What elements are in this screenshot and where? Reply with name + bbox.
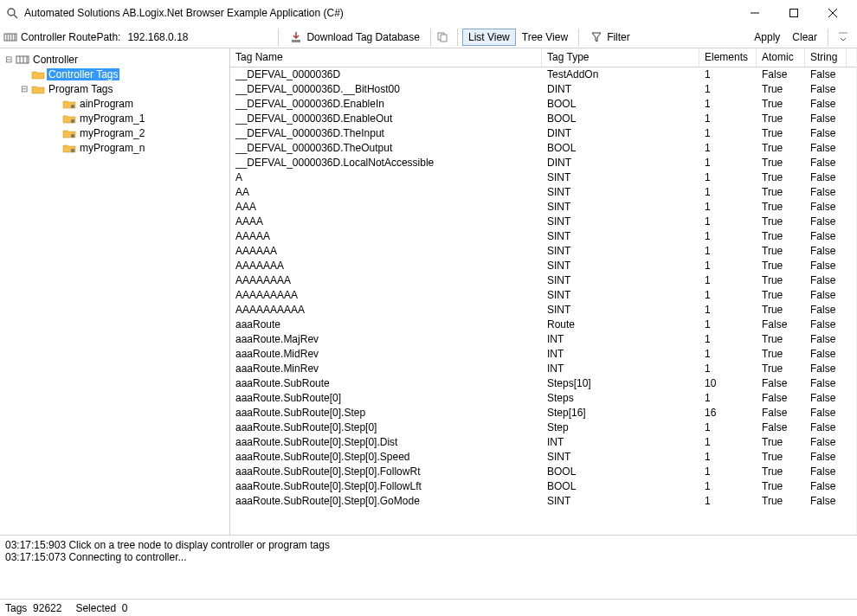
cell-string: False	[805, 273, 847, 288]
list-header: Tag Name Tag Type Elements Atomic String	[230, 48, 856, 67]
cell-elem: 1	[699, 347, 757, 362]
table-row[interactable]: __DEFVAL_0000036D.TheOutputBOOL1TrueFals…	[230, 141, 856, 156]
table-row[interactable]: aaaRoute.SubRoute[0].Step[0].SpeedSINT1T…	[230, 450, 856, 465]
table-row[interactable]: aaaRoute.MajRevINT1TrueFalse	[230, 332, 856, 347]
col-tag-type[interactable]: Tag Type	[542, 48, 699, 67]
cell-type: SINT	[542, 259, 699, 273]
cell-type: SINT	[542, 200, 699, 215]
table-row[interactable]: __DEFVAL_0000036D.EnableInBOOL1TrueFalse	[230, 97, 856, 112]
dropdown-icon[interactable]	[836, 30, 850, 44]
table-row[interactable]: aaaRoute.SubRoute[0].Step[0].FollowLftBO…	[230, 479, 856, 494]
tree-program-item[interactable]: ainProgram	[78, 98, 135, 110]
cell-atomic: False	[757, 420, 805, 435]
table-row[interactable]: aaaRoute.SubRoute[0].Step[0].GoModeSINT1…	[230, 494, 856, 509]
tree-program-item[interactable]: myProgram_2	[78, 127, 146, 139]
cell-elem: 1	[699, 450, 757, 465]
cell-type: TestAddOn	[542, 67, 699, 82]
table-row[interactable]: __DEFVAL_0000036D.LocalNotAccessibleDINT…	[230, 156, 856, 170]
close-button[interactable]	[813, 1, 852, 25]
maximize-button[interactable]	[774, 1, 813, 25]
list-view-button[interactable]: List View	[462, 29, 516, 46]
tree-view-button[interactable]: Tree View	[516, 29, 574, 46]
svg-point-21	[71, 133, 74, 137]
table-row[interactable]: aaaRoute.SubRoute[0].Step[0].DistINT1Tru…	[230, 435, 856, 450]
table-row[interactable]: aaaRoute.SubRoute[0].Step[0]Step1FalseFa…	[230, 420, 856, 435]
table-row[interactable]: __DEFVAL_0000036D.TheInputDINT1TrueFalse	[230, 126, 856, 141]
folder-gear-icon	[62, 97, 76, 111]
cell-string: False	[805, 362, 847, 376]
cell-string: False	[805, 126, 847, 141]
collapse-icon[interactable]: ⊟	[17, 84, 31, 93]
copy-icon[interactable]	[435, 30, 449, 44]
cell-name: aaaRoute.SubRoute[0].Step[0].FollowLft	[230, 479, 542, 494]
tree-pane[interactable]: ⊟ Controller Controller Tags	[0, 48, 230, 535]
svg-point-19	[71, 104, 74, 107]
table-row[interactable]: AAAAAAAAASINT1TrueFalse	[230, 288, 856, 303]
table-row[interactable]: AAAAAAASINT1TrueFalse	[230, 259, 856, 273]
cell-atomic: True	[757, 347, 805, 362]
table-row[interactable]: AAASINT1TrueFalse	[230, 200, 856, 215]
window-title: Automated Solutions AB.Logix.Net Browser…	[24, 7, 735, 19]
table-row[interactable]: aaaRoute.MinRevINT1TrueFalse	[230, 362, 856, 376]
toolbar: Controller RoutePath: 192.168.0.18 Downl…	[0, 26, 857, 48]
table-row[interactable]: AAAAASINT1TrueFalse	[230, 229, 856, 244]
cell-elem: 1	[699, 494, 757, 509]
route-value[interactable]: 192.168.0.18	[124, 31, 228, 43]
table-row[interactable]: aaaRoute.SubRoute[0]Steps1FalseFalse	[230, 391, 856, 406]
tree-program-item[interactable]: myProgram_n	[78, 142, 146, 154]
tree-controller-tags[interactable]: Controller Tags	[47, 68, 119, 80]
download-tag-database-button[interactable]: Download Tag Database	[283, 28, 426, 47]
table-row[interactable]: AASINT1TrueFalse	[230, 185, 856, 200]
table-row[interactable]: aaaRoute.SubRouteSteps[10]10FalseFalse	[230, 376, 856, 391]
cell-name: aaaRoute.SubRoute[0]	[230, 391, 542, 406]
table-row[interactable]: AAAAAAAAAASINT1TrueFalse	[230, 303, 856, 318]
table-row[interactable]: aaaRouteRoute1FalseFalse	[230, 318, 856, 332]
main-area: ⊟ Controller Controller Tags	[0, 48, 857, 535]
cell-type: Steps	[542, 391, 699, 406]
cell-name: A	[230, 170, 542, 185]
col-atomic[interactable]: Atomic	[757, 48, 805, 67]
cell-atomic: True	[757, 479, 805, 494]
cell-type: BOOL	[542, 465, 699, 479]
cell-atomic: True	[757, 435, 805, 450]
table-row[interactable]: AAAAAAAASINT1TrueFalse	[230, 273, 856, 288]
cell-type: INT	[542, 435, 699, 450]
cell-elem: 1	[699, 391, 757, 406]
log-pane[interactable]: 03:17:15:903 Click on a tree node to dis…	[0, 535, 857, 599]
table-row[interactable]: aaaRoute.MidRevINT1TrueFalse	[230, 347, 856, 362]
cell-name: AAAA	[230, 215, 542, 229]
filter-button[interactable]: Filter	[583, 28, 636, 47]
apply-button[interactable]: Apply	[748, 29, 786, 46]
tree-program-item[interactable]: myProgram_1	[78, 112, 146, 125]
cell-type: SINT	[542, 450, 699, 465]
tree-program-tags[interactable]: Program Tags	[47, 83, 114, 95]
cell-type: BOOL	[542, 141, 699, 156]
table-row[interactable]: aaaRoute.SubRoute[0].StepStep[16]16False…	[230, 406, 856, 420]
col-elements[interactable]: Elements	[699, 48, 757, 67]
cell-elem: 1	[699, 318, 757, 332]
table-row[interactable]: __DEFVAL_0000036D.__BitHost00DINT1TrueFa…	[230, 82, 856, 97]
col-string[interactable]: String	[805, 48, 847, 67]
list-body[interactable]: __DEFVAL_0000036DTestAddOn1FalseFalse__D…	[230, 67, 856, 535]
tree-root-label[interactable]: Controller	[31, 54, 80, 66]
collapse-icon[interactable]: ⊟	[2, 55, 16, 64]
cell-name: AAAAAA	[230, 244, 542, 259]
table-row[interactable]: __DEFVAL_0000036DTestAddOn1FalseFalse	[230, 67, 856, 82]
cell-type: DINT	[542, 156, 699, 170]
cell-atomic: False	[757, 67, 805, 82]
table-row[interactable]: AAAAAASINT1TrueFalse	[230, 244, 856, 259]
cell-type: INT	[542, 362, 699, 376]
cell-string: False	[805, 82, 847, 97]
table-row[interactable]: AAAASINT1TrueFalse	[230, 215, 856, 229]
cell-elem: 1	[699, 435, 757, 450]
table-row[interactable]: __DEFVAL_0000036D.EnableOutBOOL1TrueFals…	[230, 112, 856, 126]
cell-atomic: True	[757, 465, 805, 479]
minimize-button[interactable]	[735, 1, 774, 25]
clear-button[interactable]: Clear	[786, 29, 823, 46]
table-row[interactable]: ASINT1TrueFalse	[230, 170, 856, 185]
table-row[interactable]: aaaRoute.SubRoute[0].Step[0].FollowRtBOO…	[230, 465, 856, 479]
cell-name: __DEFVAL_0000036D.TheInput	[230, 126, 542, 141]
cell-type: BOOL	[542, 112, 699, 126]
cell-atomic: False	[757, 391, 805, 406]
col-tag-name[interactable]: Tag Name	[230, 48, 542, 67]
